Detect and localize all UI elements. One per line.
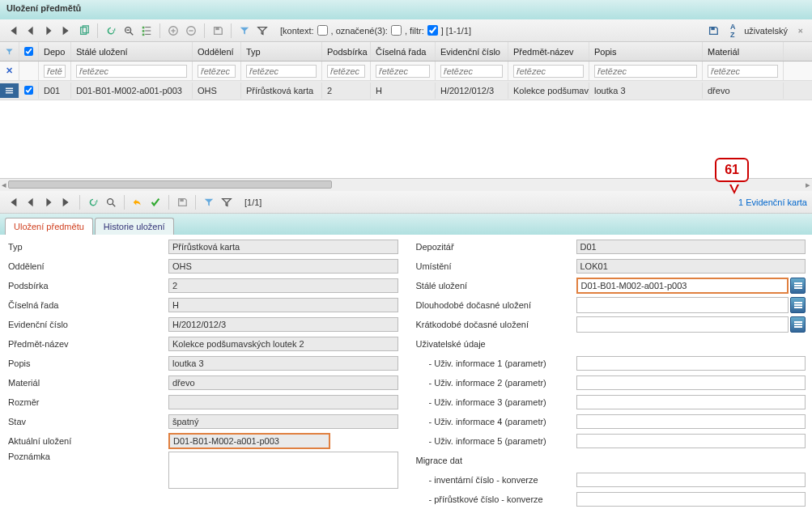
first-icon[interactable] [5,23,21,39]
field-u1[interactable] [576,356,806,371]
col-rada[interactable]: Číselná řada [371,42,436,61]
row-checkbox[interactable] [24,85,33,95]
field-dlouh[interactable] [576,297,789,313]
filter-odd[interactable] [198,65,236,78]
settings-icon[interactable] [791,23,807,39]
field-prir[interactable] [576,492,806,507]
last-icon[interactable] [58,194,74,210]
svg-rect-7 [142,33,145,36]
col-popis[interactable]: Popis [589,42,703,61]
prev-icon[interactable] [23,23,39,39]
field-typ[interactable] [168,240,398,254]
tab-ulozeni-predmetu[interactable]: Uložení předmětu [5,218,93,235]
field-rozmer[interactable] [168,395,398,409]
next-icon[interactable] [40,23,57,39]
field-odd[interactable] [168,259,398,274]
last-icon[interactable] [58,23,74,39]
save-icon[interactable] [210,23,226,39]
refresh-icon[interactable] [103,23,119,39]
detail-range: [1/1] [244,197,261,207]
copy-icon[interactable] [76,23,92,39]
label-u4: - Uživ. informace 4 (parametr) [415,417,576,426]
next-icon[interactable] [40,194,57,210]
clear-filter-icon[interactable]: ✕ [6,66,13,76]
filter-depo[interactable] [44,65,66,78]
oznacene-checkbox[interactable] [391,25,402,36]
kontext-checkbox[interactable] [317,25,328,36]
save-icon[interactable] [705,23,721,39]
field-stale[interactable] [576,278,789,294]
filter-pods[interactable] [327,65,365,78]
add-icon[interactable] [165,23,181,39]
col-nazev[interactable]: Předmět-název [508,42,589,61]
col-odd[interactable]: Oddělení [193,42,241,61]
field-pozn[interactable] [168,452,398,489]
refresh-icon[interactable] [85,194,101,210]
field-u2[interactable] [576,375,806,390]
filter-nazev[interactable] [513,65,584,78]
filtr-checkbox[interactable] [427,25,438,36]
sort-az-icon[interactable]: AZ [725,23,741,39]
remove-icon[interactable] [183,23,199,39]
lookup-dlouh-icon[interactable] [790,297,806,313]
svg-rect-6 [142,30,145,32]
label-rozmer: Rozměr [6,397,168,407]
col-pods[interactable]: Podsbírka [322,42,371,61]
check-col[interactable] [19,42,39,61]
filter-mat[interactable] [708,65,778,78]
prev-icon[interactable] [23,194,39,210]
field-inv[interactable] [576,473,806,487]
col-depo[interactable]: Depo [39,42,71,61]
tree-icon[interactable] [138,23,155,39]
filter-dropdown-icon[interactable] [236,23,253,39]
row-menu-icon[interactable] [0,83,19,98]
filter-icon-col[interactable] [0,42,19,61]
svg-rect-5 [142,26,145,28]
lookup-stale-icon[interactable] [790,278,806,294]
confirm-icon[interactable] [147,194,164,210]
field-stav[interactable] [168,414,398,429]
field-nazev[interactable] [168,337,398,351]
col-typ[interactable]: Typ [241,42,322,61]
col-stale[interactable]: Stálé uložení [71,42,193,61]
svg-rect-23 [180,198,183,201]
horizontal-scrollbar[interactable]: ◂ ▸ [0,178,812,191]
svg-rect-16 [215,27,219,30]
field-depo[interactable] [576,240,806,254]
table-row[interactable]: D01 D01-B01-M002-a001-p003 OHS Přírůstko… [0,81,812,100]
field-akt[interactable] [168,433,330,449]
filter-dropdown-icon[interactable] [201,194,217,210]
field-popis[interactable] [168,356,398,371]
field-u3[interactable] [576,395,806,409]
field-mat[interactable] [168,375,398,390]
zoom-icon[interactable] [103,194,119,210]
filter-rada[interactable] [376,65,430,78]
field-rada[interactable] [168,298,398,312]
undo-icon[interactable] [130,194,146,210]
filter-stale[interactable] [76,65,187,78]
field-umist[interactable] [576,259,806,274]
tab-historie-ulozeni[interactable]: Historie uložení [95,218,174,235]
field-pods[interactable] [168,278,398,293]
field-u5[interactable] [576,434,806,448]
col-mat[interactable]: Materiál [703,42,784,61]
label-akt: Aktuální uložení [6,436,168,446]
first-icon[interactable] [5,194,21,210]
field-evc[interactable] [168,317,398,332]
filter-icon[interactable] [219,194,235,210]
field-u4[interactable] [576,414,806,429]
separator [159,23,160,38]
label-u2: - Uživ. informace 2 (parametr) [415,378,576,388]
col-evc[interactable]: Evidenční číslo [436,42,508,61]
lookup-krat-icon[interactable] [790,316,806,333]
field-krat[interactable] [576,316,789,333]
filter-evc[interactable] [440,65,503,78]
filter-typ[interactable] [246,65,317,78]
evidencni-karta-link[interactable]: 1 Evidenční karta [738,197,807,207]
label-stale: Stálé uložení [415,281,576,291]
save-icon[interactable] [174,194,190,210]
filter-popis[interactable] [594,65,697,78]
zoom-out-icon[interactable] [121,23,137,39]
grid-body: D01 D01-B01-M002-a001-p003 OHS Přírůstko… [0,81,812,178]
filter-icon[interactable] [254,23,270,39]
